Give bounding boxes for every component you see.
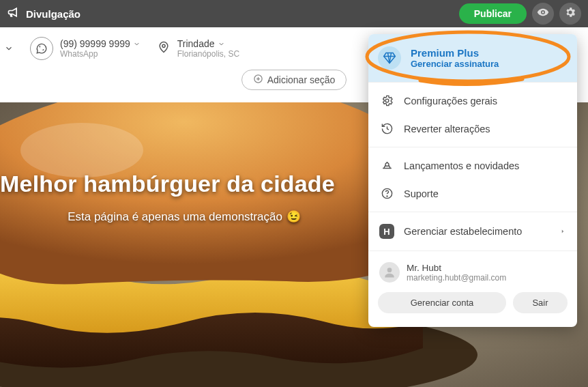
whatsapp-block[interactable]: (99) 99999 9999 WhatsApp [30, 37, 141, 60]
menu-item-label: Configurações gerais [404, 96, 497, 106]
topbar: Divulgação Publicar [0, 0, 588, 27]
user-email: marketing.hubt@gmail.com [407, 273, 506, 283]
panel-group-b: Lançamentos e novidades Suporte [368, 147, 577, 212]
support-item[interactable]: Suporte [368, 180, 577, 207]
location-block[interactable]: Trindade Florianópolis, SC [157, 38, 239, 59]
phone-number: (99) 99999 9999 [60, 38, 130, 49]
gear-icon [564, 6, 576, 21]
premium-subtitle: Gerenciar assinatura [411, 59, 499, 69]
user-name: Mr. Hubt [407, 263, 506, 273]
diamond-icon [378, 46, 401, 70]
hero-title: Melhor hambúrguer da cidade [0, 171, 368, 197]
chevron-down-icon [218, 40, 225, 48]
svg-point-0 [162, 44, 165, 47]
add-section-button[interactable]: Adicionar seção [241, 70, 347, 90]
phone-label: WhatsApp [60, 49, 141, 59]
menu-item-label: Gerenciar estabelecimento [404, 226, 522, 237]
svg-point-8 [387, 196, 387, 197]
panel-group-a: Configurações gerais Reverter alterações [368, 82, 577, 147]
user-block: Mr. Hubt marketing.hubt@gmail.com [368, 255, 577, 288]
manage-establishment-item[interactable]: H Gerenciar estabelecimento [368, 216, 577, 246]
hero-subtitle-text: Esta página é apenas uma demonstração [68, 210, 282, 224]
premium-title: Premium Plus [411, 47, 499, 59]
h-badge-icon: H [379, 224, 394, 239]
eye-icon [537, 6, 549, 21]
city-row: Trindade [177, 38, 239, 49]
premium-plus-item[interactable]: Premium Plus Gerenciar assinatura [368, 34, 577, 82]
hero-overlay: Melhor hambúrguer da cidade Esta página … [0, 102, 368, 224]
revert-changes-item[interactable]: Reverter alterações [368, 115, 577, 143]
svg-point-6 [385, 99, 389, 102]
launch-icon [379, 159, 394, 172]
chevron-right-icon [559, 226, 566, 237]
history-icon [379, 122, 394, 135]
topbar-left: Divulgação [7, 5, 80, 22]
city-name: Trindade [177, 38, 215, 49]
panel-user-group: Mr. Hubt marketing.hubt@gmail.com Gerenc… [368, 250, 577, 327]
panel-actions: Gerenciar conta Sair [368, 288, 577, 323]
phone-row: (99) 99999 9999 [60, 38, 141, 49]
avatar-icon [379, 262, 400, 283]
menu-item-label: Suporte [404, 188, 439, 199]
svg-point-9 [387, 268, 392, 272]
releases-news-item[interactable]: Lançamentos e novidades [368, 152, 577, 180]
general-settings-item[interactable]: Configurações gerais [368, 87, 577, 115]
plus-circle-icon [253, 74, 263, 86]
publish-button[interactable]: Publicar [459, 3, 527, 24]
preview-button[interactable] [532, 3, 554, 25]
whatsapp-icon [30, 37, 53, 60]
hero-subtitle: Esta página é apenas uma demonstração 😉 [68, 210, 301, 224]
chevron-down-icon [133, 40, 141, 48]
settings-button[interactable] [559, 3, 581, 25]
add-section-label: Adicionar seção [267, 74, 336, 85]
gear-icon [379, 94, 394, 107]
menu-item-label: Reverter alterações [404, 124, 490, 134]
megaphone-icon [7, 5, 20, 22]
pin-icon [157, 38, 171, 59]
wink-emoji: 😉 [286, 210, 301, 224]
manage-account-button[interactable]: Gerenciar conta [378, 292, 506, 313]
logout-button[interactable]: Sair [513, 292, 568, 313]
menu-item-label: Lançamentos e novidades [404, 160, 519, 171]
settings-panel: Premium Plus Gerenciar assinatura Config… [368, 34, 577, 327]
chevron-down-icon[interactable] [4, 44, 14, 53]
help-icon [379, 187, 394, 200]
page-title: Divulgação [26, 8, 80, 20]
region-name: Florianópolis, SC [177, 49, 239, 59]
panel-group-c: H Gerenciar estabelecimento [368, 212, 577, 250]
